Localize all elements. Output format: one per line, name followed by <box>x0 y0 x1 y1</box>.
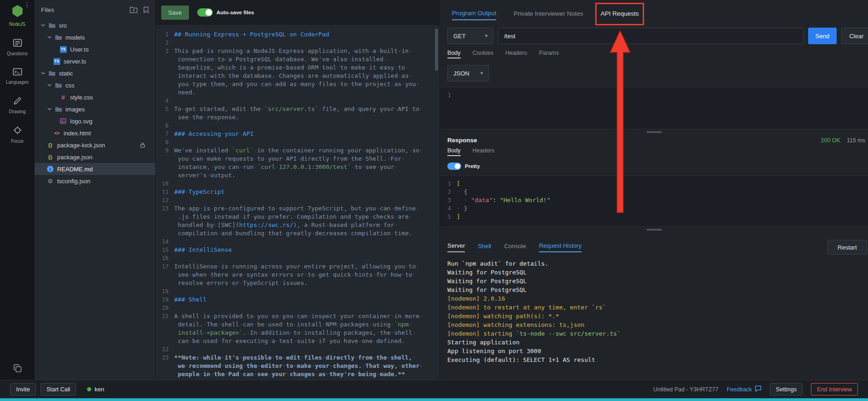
markdown-editor[interactable]: 1##·Running·Express·+·PostgreSQL·on·Code… <box>156 25 440 380</box>
rail-item-languages[interactable]: Languages <box>0 64 35 87</box>
file-row-models[interactable]: models <box>35 31 155 43</box>
method-select[interactable]: GET ▼ <box>447 28 493 44</box>
body-type-select[interactable]: JSON ▼ <box>447 65 489 81</box>
console-tab-shell[interactable]: Shell <box>478 243 491 252</box>
console-tab-console[interactable]: Console <box>504 243 526 252</box>
file-row-src[interactable]: src <box>35 19 155 31</box>
editor-line-text[interactable]: A·shell·is·provided·to·you·so·you·can·in… <box>174 312 425 345</box>
editor-line-text[interactable] <box>174 39 425 47</box>
rail-item-nodejs[interactable]: ⋮ NodeJS <box>0 0 35 29</box>
console-tab-request-history[interactable]: Request History <box>539 242 581 252</box>
pretty-toggle[interactable] <box>447 163 461 170</box>
code-line-text[interactable]: · } <box>457 204 467 213</box>
file-row-images[interactable]: images <box>35 103 155 115</box>
clear-button[interactable]: Clear <box>841 28 868 44</box>
settings-button[interactable]: Settings <box>770 383 803 395</box>
end-interview-button[interactable]: End Interview <box>811 383 858 395</box>
url-input[interactable] <box>498 28 803 44</box>
editor-line-text[interactable]: IntelliSense·is·running·across·your·enti… <box>174 262 425 287</box>
tab-private-interviewer-notes[interactable]: Private Interviewer Notes <box>514 6 583 20</box>
chevron-down-icon[interactable] <box>39 72 47 75</box>
add-folder-icon[interactable] <box>129 6 138 13</box>
code-line-text[interactable]: ] <box>457 213 460 221</box>
editor-line-text[interactable]: ###·TypeScript <box>174 188 425 196</box>
editor-line-text[interactable]: ###·IntelliSense <box>174 246 425 254</box>
line-number: 6 <box>156 122 174 130</box>
editor-line-text[interactable] <box>174 97 425 105</box>
editor-line-text[interactable] <box>174 287 425 296</box>
file-row-package-json[interactable]: {}package.json <box>35 151 155 163</box>
send-button[interactable]: Send <box>808 28 837 44</box>
file-row-index-html[interactable]: <>index.html <box>35 127 155 139</box>
invite-button[interactable]: Invite <box>10 383 36 395</box>
restart-button[interactable]: Restart <box>827 240 867 255</box>
editor-line-text[interactable]: To·get·started,·edit·the·`src/server.ts`… <box>174 105 425 122</box>
save-button[interactable]: Save <box>161 6 189 20</box>
file-row-tsconfig-json[interactable]: ⚙tsconfig.json <box>35 175 155 187</box>
code-line-text[interactable]: [ <box>457 180 460 188</box>
request-tab-params[interactable]: Params <box>539 50 559 58</box>
file-row-static[interactable]: static <box>35 67 155 79</box>
rail-item-label: Languages <box>6 80 29 85</box>
editor-line-text[interactable] <box>174 304 425 312</box>
start-call-button[interactable]: Start Call <box>41 383 76 395</box>
line-number: 1 <box>156 30 174 39</box>
file-row-user-ts[interactable]: TSUser.ts <box>35 43 155 55</box>
console-line: Waiting for PostgreSQL <box>447 277 861 285</box>
tab-program-output[interactable]: Program Output <box>452 6 496 20</box>
editor-line-text[interactable]: This·pad·is·running·a·NodeJS·Express·app… <box>174 47 425 97</box>
chevron-down-icon[interactable] <box>39 24 47 27</box>
file-row-css[interactable]: css <box>35 79 155 91</box>
editor-line-text[interactable] <box>174 345 425 354</box>
editor-line-text[interactable]: ##·Running·Express·+·PostgreSQL·on·Coder… <box>174 30 425 39</box>
editor-line-text[interactable] <box>174 378 425 380</box>
editor-line-text[interactable] <box>174 180 425 188</box>
editor-line-text[interactable] <box>174 138 425 146</box>
editor-line-text[interactable]: The·app·is·pre-configured·to·support·Typ… <box>174 204 425 238</box>
file-name: tsconfig.json <box>57 178 90 185</box>
code-line: 5] <box>440 213 868 221</box>
code-line-text[interactable]: · · "data": "Hello World!" <box>457 196 551 204</box>
console-output[interactable]: Run `npm audit` for details.Waiting for … <box>440 255 868 380</box>
file-row-package-lock-json[interactable]: {}package-lock.json <box>35 139 155 151</box>
console-tab-server[interactable]: Server <box>447 242 465 252</box>
editor-line-text[interactable] <box>174 196 425 204</box>
request-tab-cookies[interactable]: Cookies <box>473 50 493 58</box>
editor-line-text[interactable] <box>174 122 425 130</box>
editor-line-text[interactable]: We've·installed·`curl`·in·the·container·… <box>174 146 425 180</box>
request-tab-headers[interactable]: Headers <box>505 50 527 58</box>
file-row-logo-svg[interactable]: logo.svg <box>35 115 155 127</box>
pin-icon[interactable] <box>143 6 149 13</box>
feedback-link[interactable]: Feedback <box>727 385 762 393</box>
resize-handle[interactable] <box>646 131 662 133</box>
editor-line-text[interactable] <box>174 254 425 262</box>
chevron-down-icon[interactable] <box>46 108 53 110</box>
line-number: 1 <box>440 91 457 99</box>
file-row-readme-md[interactable]: iREADME.md <box>35 163 155 175</box>
copy-icon[interactable] <box>13 364 22 372</box>
user-chip[interactable]: ken <box>87 386 104 393</box>
kebab-menu-icon[interactable]: ⋮ <box>24 2 30 7</box>
response-body-viewer[interactable]: 1[2· {3· · "data": "Hello World!"4· }5] <box>440 175 868 227</box>
request-tab-body[interactable]: Body <box>447 50 461 58</box>
editor-line-text[interactable]: **Note:·while·it's·possible·to·edit·file… <box>174 354 425 378</box>
rail-item-focus[interactable]: Focus <box>0 122 35 146</box>
editor-scrollbar[interactable] <box>435 29 438 71</box>
code-line-text[interactable]: · { <box>457 188 467 196</box>
chevron-down-icon[interactable] <box>46 84 53 87</box>
rail-item-drawing[interactable]: Drawing <box>0 92 35 117</box>
editor-line-text[interactable] <box>174 238 425 246</box>
editor-line-text[interactable]: ###·Accessing·your·API <box>174 130 425 138</box>
file-row-style-css[interactable]: #style.css <box>35 91 155 103</box>
tab-api-requests[interactable]: API Requests <box>601 6 639 20</box>
resize-handle[interactable] <box>646 229 662 231</box>
response-tab-body[interactable]: Body <box>447 147 461 156</box>
chevron-down-icon[interactable] <box>46 36 53 39</box>
file-row-server-ts[interactable]: TSserver.ts <box>35 55 155 67</box>
rail-item-questions[interactable]: Questions <box>0 34 35 59</box>
response-tab-headers[interactable]: Headers <box>473 147 494 156</box>
request-body-editor[interactable]: 1 <box>440 87 868 129</box>
autosave-toggle[interactable] <box>197 8 213 17</box>
editor-line: 6 <box>156 122 440 130</box>
editor-line-text[interactable]: ###·Shell <box>174 296 425 304</box>
